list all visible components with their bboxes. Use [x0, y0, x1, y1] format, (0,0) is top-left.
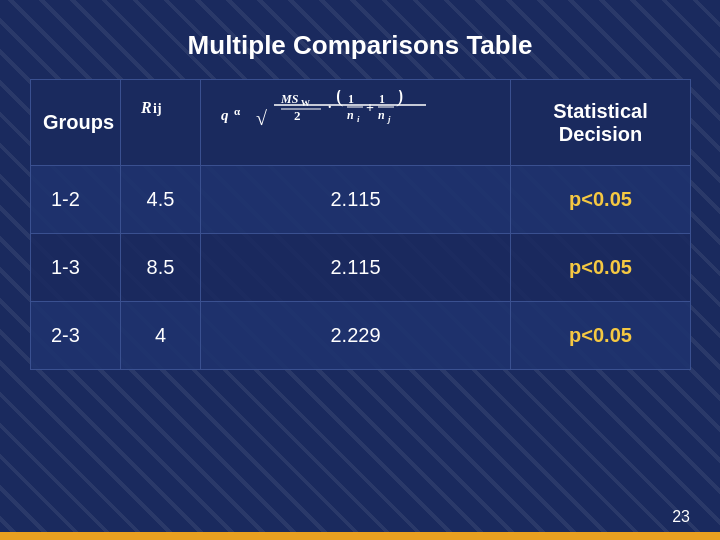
formula-header-svg: q α √ MS W 2: [216, 90, 496, 150]
cell-groups-3: 2-3: [31, 302, 121, 370]
slide-container: Multiple Comparisons Table Groups R: [0, 0, 720, 540]
r-formula-svg: R ij: [131, 93, 191, 148]
svg-text:j: j: [386, 114, 391, 124]
svg-text:n: n: [347, 108, 354, 122]
svg-text:1: 1: [379, 92, 385, 106]
svg-text:W: W: [301, 98, 310, 108]
cell-decision-3: p<0.05: [511, 302, 691, 370]
svg-text:i: i: [357, 114, 360, 124]
svg-text:·: ·: [328, 100, 332, 115]
svg-text:(: (: [336, 90, 343, 107]
page-number: 23: [672, 508, 690, 526]
header-decision: Statistical Decision: [511, 80, 691, 166]
cell-formula-2: 2.115: [201, 234, 511, 302]
cell-r-2: 8.5: [121, 234, 201, 302]
svg-text:α: α: [234, 105, 241, 117]
header-r: R ij: [121, 80, 201, 166]
cell-decision-1: p<0.05: [511, 166, 691, 234]
svg-text:): ): [396, 90, 403, 107]
slide-title: Multiple Comparisons Table: [188, 30, 533, 61]
svg-text:2: 2: [294, 108, 301, 123]
table-row: 2-3 4 2.229 p<0.05: [31, 302, 691, 370]
header-formula: q α √ MS W 2: [201, 80, 511, 166]
svg-text:+: +: [366, 100, 374, 115]
svg-text:√: √: [256, 107, 267, 129]
table-container: Groups R ij q α: [30, 79, 690, 520]
svg-text:MS: MS: [280, 92, 299, 106]
svg-text:n: n: [378, 108, 385, 122]
cell-groups-2: 1-3: [31, 234, 121, 302]
header-groups: Groups: [31, 80, 121, 166]
svg-text:1: 1: [348, 92, 354, 106]
cell-decision-2: p<0.05: [511, 234, 691, 302]
table-row: 1-2 4.5 2.115 p<0.05: [31, 166, 691, 234]
svg-text:R: R: [140, 99, 152, 116]
cell-formula-3: 2.229: [201, 302, 511, 370]
table-row: 1-3 8.5 2.115 p<0.05: [31, 234, 691, 302]
comparisons-table: Groups R ij q α: [30, 79, 691, 370]
bottom-bar: [0, 532, 720, 540]
cell-r-3: 4: [121, 302, 201, 370]
svg-text:ij: ij: [153, 101, 162, 116]
cell-formula-1: 2.115: [201, 166, 511, 234]
cell-r-1: 4.5: [121, 166, 201, 234]
cell-groups-1: 1-2: [31, 166, 121, 234]
svg-text:q: q: [221, 107, 229, 123]
